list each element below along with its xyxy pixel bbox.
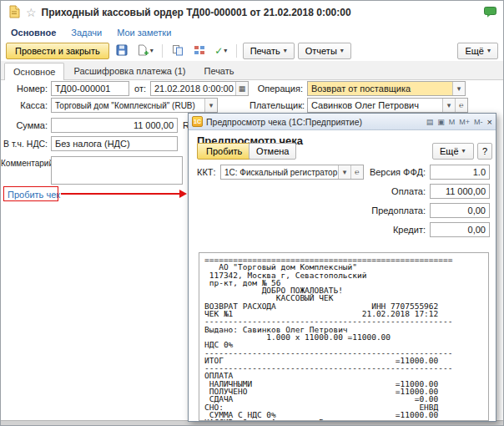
annotation-arrow-line <box>61 193 179 195</box>
credit-value: 0,00 <box>431 225 489 235</box>
vat-field[interactable]: Без налога (НДС) <box>51 136 178 151</box>
chevron-down-icon: ▾ <box>284 48 287 54</box>
discussions-icon[interactable] <box>484 7 496 19</box>
1c-logo-icon: 1С <box>192 116 203 127</box>
operation-label: Операция: <box>255 81 303 96</box>
doc-plus-icon <box>137 44 149 58</box>
dialog-window-m-button[interactable]: M <box>449 117 456 127</box>
check-icon: ✓ <box>214 46 223 56</box>
payment-field[interactable]: 11 000,00 <box>430 184 490 199</box>
ffd-label: Версия ФФД: <box>355 165 426 180</box>
help-button[interactable]: ? <box>477 143 492 160</box>
chevron-down-icon: ▾ <box>150 48 154 54</box>
nav-item-main[interactable]: Основное <box>11 28 56 38</box>
chevron-down-icon: ▾ <box>462 148 466 155</box>
chevron-down-icon: ▾ <box>340 48 344 54</box>
cashbox-value: Торговый дом "Комплексный" (RUB) <box>52 101 204 110</box>
payment-label: Оплата: <box>355 184 426 199</box>
vat-label: В т.ч. НДС: <box>1 136 48 151</box>
chevron-down-icon: ▾ <box>487 48 491 54</box>
create-based-on-button[interactable]: ▾ <box>134 43 156 59</box>
chevron-down-icon[interactable]: ▾ <box>338 165 350 179</box>
payment-value: 11 000,00 <box>431 186 489 196</box>
dialog-doc-icon[interactable]: ▤ <box>426 117 434 127</box>
amount-field[interactable]: 11 000,00 <box>51 118 178 133</box>
nav-item-notes[interactable]: Мои заметки <box>117 28 171 38</box>
related-documents-button[interactable] <box>169 43 187 59</box>
date-value: 21.02.2018 0:00:00 <box>151 84 235 94</box>
confirm-button[interactable]: Пробить <box>197 143 251 160</box>
document-icon <box>8 5 21 20</box>
date-field[interactable]: 21.02.2018 0:00:00 ▦ <box>150 81 249 96</box>
open-item-icon[interactable]: ℮ <box>455 99 467 112</box>
kkt-label: ККТ: <box>197 165 216 180</box>
chevron-down-icon[interactable]: ▾ <box>204 99 217 112</box>
amount-value: 11 000,00 <box>52 120 177 130</box>
toolbar-separator <box>162 44 163 58</box>
payer-label: Плательщик: <box>249 98 303 113</box>
window-title: Приходный кассовый ордер ТД00-000001 от … <box>42 7 351 18</box>
nav-links: Основное Задачи Мои заметки <box>1 24 503 40</box>
favorite-star-icon[interactable]: ☆ <box>26 7 37 18</box>
cashbox-select[interactable]: Торговый дом "Комплексный" (RUB) ▾ <box>51 98 218 113</box>
prepayment-field[interactable]: 0,00 <box>430 203 490 218</box>
posting-dtkt-button[interactable] <box>190 43 209 59</box>
tab-print[interactable]: Печать <box>194 62 243 79</box>
annotation-arrow-head <box>179 190 187 198</box>
dialog-window-m-plus-button[interactable]: M+ <box>459 117 470 127</box>
comment-field[interactable] <box>51 156 183 185</box>
calendar-icon[interactable]: ▦ <box>235 82 248 95</box>
dialog-titlebar[interactable]: 1С Предпросмотр чека (1С:Предприятие) ▤ … <box>189 114 496 130</box>
floppy-icon <box>116 44 128 58</box>
ffd-value: 1.0 <box>431 167 489 177</box>
toolbar-separator <box>236 44 237 58</box>
print-button-label: Печать <box>250 46 280 56</box>
dialog-title: Предпросмотр чека (1С:Предприятие) <box>206 117 362 127</box>
linked-docs-icon <box>172 44 184 58</box>
date-label: от: <box>134 81 146 96</box>
dialog-more-button[interactable]: Ещё ▾ <box>432 143 474 160</box>
reports-button[interactable]: Отчеты ▾ <box>298 43 351 59</box>
dialog-save-icon[interactable]: ▣ <box>437 117 445 127</box>
app-window: ☆ Приходный кассовый ордер ТД00-000001 о… <box>0 0 504 426</box>
number-field[interactable]: ТД00-000001 <box>51 81 129 96</box>
credit-field[interactable]: 0,00 <box>430 222 490 237</box>
number-value: ТД00-000001 <box>52 84 129 94</box>
ffd-field[interactable]: 1.0 <box>430 165 490 180</box>
dtkt-icon <box>194 44 205 58</box>
save-button[interactable] <box>113 43 131 59</box>
form-tabs: Основное Расшифровка платежа (1) Печать <box>1 61 503 80</box>
credit-label: Кредит: <box>355 222 426 237</box>
post-and-close-button[interactable]: Провести и закрыть <box>6 43 109 59</box>
payer-value: Савинков Олег Петрович <box>308 100 442 110</box>
receipt-preview-dialog: 1С Предпросмотр чека (1С:Предприятие) ▤ … <box>188 113 496 422</box>
tab-main[interactable]: Основное <box>4 63 64 80</box>
operation-value: Возврат от поставщика <box>308 84 452 94</box>
dialog-close-icon[interactable]: × <box>487 117 492 127</box>
print-button[interactable]: Печать ▾ <box>243 43 295 59</box>
tab-payment-details[interactable]: Расшифровка платежа (1) <box>64 62 194 79</box>
dialog-more-label: Ещё <box>440 146 459 156</box>
operation-select[interactable]: Возврат от поставщика ▾ <box>307 81 466 96</box>
kkt-value: 1С: Фискальный регистратор <box>221 168 338 177</box>
dialog-window-m-minus-button[interactable]: M- <box>474 117 483 127</box>
number-label: Номер: <box>1 81 48 96</box>
payer-select[interactable]: Савинков Олег Петрович ▾ ℮ <box>307 98 468 113</box>
chevron-down-icon[interactable]: ▾ <box>452 82 465 95</box>
vat-value: Без налога (НДС) <box>52 139 177 149</box>
prepayment-value: 0,00 <box>431 205 489 216</box>
cashbox-label: Касса: <box>1 98 48 113</box>
chevron-down-icon[interactable]: ▾ <box>442 99 455 112</box>
amount-label: Сумма: <box>1 118 48 133</box>
more-button[interactable]: Ещё ▾ <box>457 43 498 59</box>
annotation-rectangle <box>3 186 58 201</box>
nav-item-tasks[interactable]: Задачи <box>71 28 102 38</box>
dialog-window-buttons: ▤ ▣ M M+ M- × <box>426 117 492 127</box>
kkt-select[interactable]: 1С: Фискальный регистратор ▾ ℮ <box>220 165 364 180</box>
check-tasks-button[interactable]: ✓ ▾ <box>212 43 230 59</box>
receipt-paper: ========================================… <box>199 252 489 421</box>
main-toolbar: Провести и закрыть ▾ ✓ ▾ Печать ▾ Отчеты… <box>1 40 503 61</box>
comment-label: Комментарий: <box>1 156 48 171</box>
more-button-label: Ещё <box>465 46 484 56</box>
cancel-button[interactable]: Отмена <box>249 143 296 160</box>
